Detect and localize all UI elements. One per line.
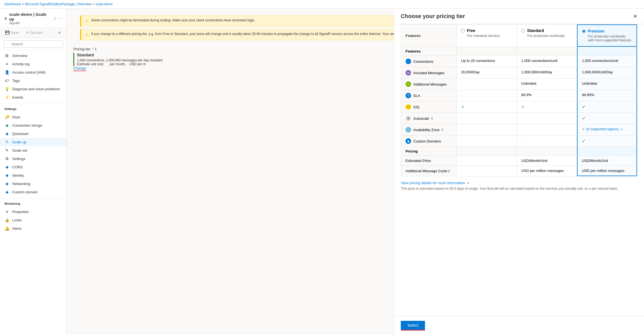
discard-icon: ✕ [26, 30, 29, 35]
page-title: scale-demo | Scale up [9, 12, 51, 21]
sidebar-item-cors[interactable]: ◆ CORS [0, 163, 66, 171]
tier-free-desc: For individual dev/test [461, 34, 512, 38]
tier-premium-radio-label[interactable]: Premium [582, 29, 632, 33]
connection-strings-icon: ◆ [4, 123, 9, 128]
keys-icon: 🔑 [4, 115, 9, 119]
breadcrumb: Dashboard > Microsoft.SignalRGalleryPack… [0, 0, 644, 9]
search-input[interactable] [3, 40, 63, 48]
autoscale-info-icon: ℹ [431, 116, 433, 120]
feature-ssl-free: ✓ [457, 101, 517, 112]
sidebar-item-properties[interactable]: ≡ Properties [0, 208, 66, 216]
sidebar-item-events[interactable]: ⚡ Events [0, 93, 66, 101]
tier-free-radio-label[interactable]: Free [461, 28, 512, 33]
additional-message-costs-standard: USD per million messages [517, 166, 577, 176]
features-section-header: Features [401, 47, 637, 56]
tier-premium-desc: For production workloads with more suppo… [582, 34, 632, 42]
change-link[interactable]: Change [73, 66, 86, 71]
tier-label-header: Features [401, 24, 457, 47]
feature-row-additional-messages: + Additional Messages - Unlimited Unlimi… [401, 79, 637, 90]
panel-close-button[interactable]: ✕ [633, 13, 637, 19]
sidebar-item-networking[interactable]: ◆ Networking [0, 179, 66, 188]
tier-premium-header: Premium For production workloads with mo… [577, 24, 637, 47]
sidebar-item-scale-out[interactable]: ✎ Scale out [0, 146, 66, 154]
feature-autoscale-label: ⚙ Autoscale ℹ [401, 113, 457, 124]
feature-sla-label: ⏱ SLA [401, 90, 457, 101]
tier-premium-radio[interactable] [582, 29, 586, 33]
sidebar-item-custom-domain[interactable]: ◆ Custom domain [0, 188, 66, 196]
breadcrumb-scale-demo[interactable]: scale-demo [95, 2, 113, 6]
diagnose-icon: 💡 [4, 87, 9, 91]
sidebar-item-activity-log[interactable]: ≡ Activity log [0, 60, 66, 68]
feature-additional-messages-label: + Additional Messages [401, 79, 457, 90]
sidebar-item-identity[interactable]: ◆ Identity [0, 171, 66, 179]
sidebar-item-diagnose[interactable]: 💡 Diagnose and solve problems [0, 85, 66, 93]
feature-additional-messages-premium: Unlimited [577, 79, 637, 90]
more-options-icon[interactable]: ··· [59, 16, 62, 21]
feature-row-sla: ⏱ SLA - 99.9% 99.95% [401, 90, 637, 101]
sidebar-item-alerts[interactable]: 🔔 Alerts [0, 224, 66, 232]
sidebar-item-overview[interactable]: ⊞ Overview [0, 51, 66, 60]
scale-up-icon: ✎ [4, 140, 9, 144]
sidebar-item-access-control[interactable]: 👤 Access control (IAM) [0, 68, 66, 76]
app-subtitle: SignalR [9, 21, 51, 25]
main-content: ⚠ Some connections might be terminated d… [67, 9, 644, 335]
feature-autoscale-free: - [457, 113, 517, 124]
tier-standard-radio-label[interactable]: Standard [521, 28, 572, 33]
nav-monitoring: ≡ Properties 🔒 Locks 🔔 Alerts [0, 206, 66, 234]
save-button[interactable]: 💾 Save [3, 29, 21, 36]
sidebar-item-tags[interactable]: 🏷 Tags [0, 76, 66, 85]
feature-messages-premium: 1,000,000/Unit/Day [577, 67, 637, 78]
sidebar-item-keys[interactable]: 🔑 Keys [0, 113, 66, 121]
identity-icon: ◆ [4, 173, 9, 178]
scale-out-icon: ✎ [4, 148, 9, 152]
required-marker: * [92, 47, 93, 51]
breadcrumb-dashboard[interactable]: Dashboard [4, 2, 21, 6]
availability-zone-link[interactable]: (In supported regions) ↗ [586, 127, 622, 131]
info-icon: ℹ [95, 47, 96, 51]
tier-free-header: Free For individual dev/test [457, 24, 517, 47]
tags-icon: 🏷 [4, 78, 9, 83]
monitoring-section-title: Monitoring [0, 200, 66, 206]
pricing-row-additional-message-costs: Additional Message Costs ℹ - USD per mil… [401, 166, 637, 176]
alerts-icon: 🔔 [4, 226, 9, 231]
tier-free-radio[interactable] [461, 29, 465, 32]
feature-availability-zone-standard: - [517, 124, 577, 135]
feature-custom-domains-label: ◆ Custom Domains [401, 136, 457, 147]
pricing-section-header-row: Pricing [401, 147, 637, 156]
sidebar-item-connection-strings[interactable]: ◆ Connection strings [0, 121, 66, 129]
view-pricing-link[interactable]: View pricing details for more informatio… [401, 181, 465, 185]
feature-sla-premium: 99.95% [577, 90, 637, 101]
feature-additional-messages-standard: Unlimited [517, 79, 577, 90]
features-label: Features [401, 47, 457, 56]
breadcrumb-package[interactable]: Microsoft.SignalRGalleryPackage | Overvi… [25, 2, 91, 6]
sidebar-item-settings[interactable]: ⚙ Settings [0, 154, 66, 163]
collapse-sidebar-button[interactable]: « [56, 29, 63, 36]
settings-section-title: Settings [0, 105, 66, 112]
settings-icon: ⚙ [4, 156, 9, 161]
sidebar-item-quickstart[interactable]: ◆ Quickstart [0, 129, 66, 138]
panel-footer-notes: View pricing details for more informatio… [401, 176, 637, 193]
sidebar-item-scale-up[interactable]: ✎ Scale up [0, 138, 66, 146]
custom-domain-icon: ◆ [4, 190, 9, 194]
feature-ssl-label: 🛡 SSL [401, 101, 457, 112]
save-icon: 💾 [5, 30, 10, 35]
sidebar-item-locks[interactable]: 🔒 Locks [0, 216, 66, 224]
autoscale-icon: ⚙ [406, 116, 411, 121]
select-button[interactable]: Select [401, 321, 425, 331]
favorite-icon[interactable]: ☆ [53, 16, 57, 21]
warning-icon-1: ⚠ [85, 18, 89, 24]
nav-main: ⊞ Overview ≡ Activity log 👤 Access contr… [0, 50, 66, 102]
feature-connections-standard: 1,000 connections/unit [517, 56, 577, 67]
feature-row-connections: ↔ Connections Up to 20 connections 1,000… [401, 56, 637, 67]
discard-button[interactable]: ✕ Discard [24, 29, 44, 36]
pricing-panel: Choose your pricing tier ✕ Features Free [394, 9, 644, 335]
locks-icon: 🔒 [4, 218, 9, 222]
feature-connections-premium: 1,000 connections/unit [577, 56, 637, 67]
feature-row-included-messages: ✉ Included Messages 20,000/Day 1,000,000… [401, 67, 637, 79]
tier-standard-radio[interactable] [521, 29, 525, 32]
additional-message-costs-premium: USD per million messages [577, 166, 637, 176]
panel-footer: Select [394, 316, 644, 335]
feature-autoscale-standard: - [517, 113, 577, 124]
pricing-row-estimated-price: Estimated Price - USD/Month/Unit USD/Mon… [401, 156, 637, 166]
additional-message-costs-free: - [457, 166, 517, 176]
